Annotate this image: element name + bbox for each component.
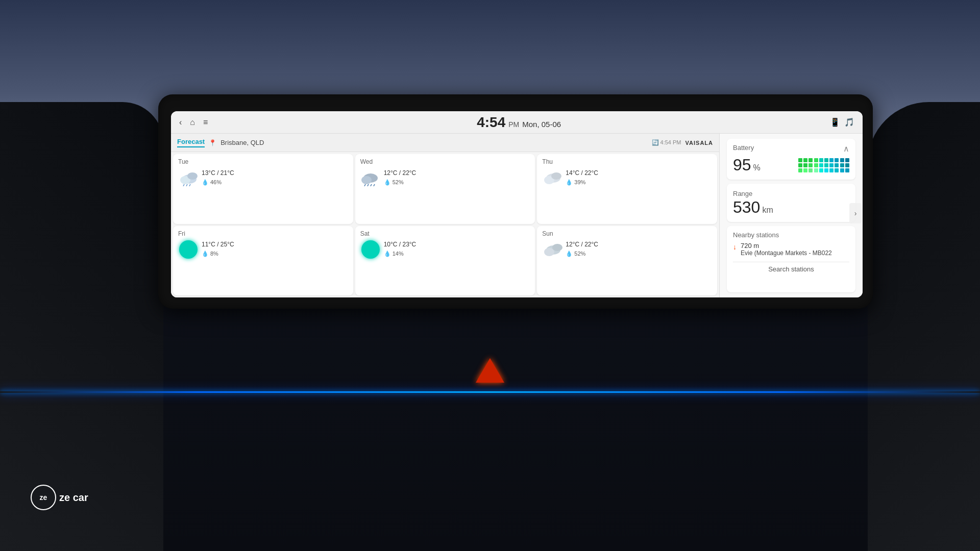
zecar-name: ze car bbox=[59, 492, 88, 504]
battery-cell bbox=[814, 168, 818, 172]
temp-sat: 10°C / 23°C bbox=[384, 240, 416, 249]
weather-icon-wed bbox=[360, 167, 381, 188]
weather-details-sun: 12°C / 22°C 💧 52% bbox=[566, 240, 598, 259]
station-distance: 720 m bbox=[741, 242, 832, 249]
weather-cell-sun: Sun 12°C / 22°C 💧 bbox=[537, 226, 717, 296]
weather-row-thu: 14°C / 22°C 💧 39% bbox=[542, 167, 712, 188]
phone-icon: 📱 bbox=[830, 117, 840, 127]
weather-grid: Tue bbox=[171, 152, 719, 297]
weather-details-thu: 14°C / 22°C 💧 39% bbox=[566, 168, 598, 187]
weather-cell-fri: Fri 11°C / 25°C 💧 8% bbox=[173, 226, 353, 296]
day-sat: Sat bbox=[360, 230, 530, 237]
range-unit: km bbox=[762, 206, 773, 215]
day-wed: Wed bbox=[360, 158, 530, 165]
rain-fri: 💧 8% bbox=[202, 249, 234, 259]
temp-tue: 13°C / 21°C bbox=[202, 168, 234, 178]
raindrop-icon-sat: 💧 bbox=[384, 249, 391, 259]
battery-cell bbox=[819, 158, 823, 162]
battery-cell bbox=[798, 158, 802, 162]
date-display: Mon, 05-06 bbox=[522, 120, 561, 129]
back-button[interactable]: ‹ bbox=[179, 118, 182, 127]
zecar-logo: ze ze car bbox=[31, 485, 88, 510]
svg-point-14 bbox=[551, 172, 561, 180]
raindrop-icon-sun: 💧 bbox=[566, 249, 573, 259]
location-pin-icon: 📍 bbox=[209, 139, 216, 146]
weather-cell-tue: Tue bbox=[173, 154, 353, 224]
battery-cell bbox=[808, 168, 813, 172]
svg-line-4 bbox=[189, 184, 190, 186]
sun-circle bbox=[179, 240, 198, 259]
battery-cell bbox=[819, 168, 823, 172]
battery-label: Battery bbox=[733, 144, 754, 152]
zecar-ze: ze bbox=[40, 493, 47, 502]
battery-cell bbox=[835, 168, 839, 172]
svg-line-8 bbox=[364, 184, 365, 186]
battery-cell bbox=[798, 163, 802, 167]
rain-thu: 💧 39% bbox=[566, 178, 598, 187]
stations-label: Nearby stations bbox=[733, 231, 849, 239]
forecast-tab[interactable]: Forecast bbox=[177, 138, 205, 147]
weather-icon-fri bbox=[178, 239, 199, 260]
battery-section: Battery ∧ 95 % bbox=[727, 139, 855, 180]
battery-number: 95 bbox=[733, 156, 751, 174]
battery-grid-visual bbox=[798, 158, 849, 172]
time-ampm: PM bbox=[508, 120, 519, 129]
weather-cell-sat: Sat 10°C / 23°C 💧 14% bbox=[355, 226, 535, 296]
range-value-display: 530 km bbox=[733, 198, 849, 217]
svg-point-16 bbox=[544, 248, 554, 256]
sun-circle-sat bbox=[361, 240, 380, 259]
status-icons: 📱 🎵 bbox=[830, 117, 854, 127]
battery-cell bbox=[808, 163, 813, 167]
menu-button[interactable]: ≡ bbox=[203, 118, 208, 127]
svg-line-10 bbox=[371, 184, 372, 186]
day-tue: Tue bbox=[178, 158, 348, 165]
battery-unit: % bbox=[753, 163, 761, 172]
svg-point-7 bbox=[361, 176, 372, 184]
battery-cell bbox=[824, 168, 828, 172]
weather-row-wed: 12°C / 22°C 💧 52% bbox=[360, 167, 530, 188]
weather-icon-sat bbox=[360, 239, 381, 260]
temp-fri: 11°C / 25°C bbox=[202, 240, 234, 249]
ev-panel: Battery ∧ 95 % bbox=[720, 134, 863, 297]
day-thu: Thu bbox=[542, 158, 712, 165]
time-display: 4:54 bbox=[477, 114, 505, 131]
raindrop-icon-wed: 💧 bbox=[384, 178, 391, 187]
battery-cell bbox=[819, 163, 823, 167]
temp-wed: 12°C / 22°C bbox=[384, 168, 416, 178]
stations-section: Nearby stations ↓ 720 m Evie (Montague M… bbox=[727, 226, 855, 292]
raindrop-icon-tue: 💧 bbox=[202, 178, 209, 187]
location-text: Brisbane, QLD bbox=[220, 139, 264, 146]
raindrop-icon-fri: 💧 bbox=[202, 249, 209, 259]
battery-cell bbox=[814, 158, 818, 162]
weather-header: Forecast 📍 Brisbane, QLD 🔄 4:54 PM VAISA… bbox=[171, 134, 719, 152]
range-label: Range bbox=[733, 190, 752, 197]
station-item: ↓ 720 m Evie (Montague Markets - MB022 bbox=[733, 242, 849, 258]
nav-controls: ‹ ⌂ ≡ bbox=[179, 118, 208, 127]
station-info: 720 m Evie (Montague Markets - MB022 bbox=[741, 242, 832, 258]
temp-thu: 14°C / 22°C bbox=[566, 168, 598, 178]
chevron-up-icon[interactable]: ∧ bbox=[843, 144, 849, 154]
nav-arrow-right[interactable]: › bbox=[849, 203, 862, 223]
rain-sun: 💧 52% bbox=[566, 249, 598, 259]
bluetooth-icon: 🎵 bbox=[844, 117, 854, 127]
weather-icon-thu bbox=[542, 167, 562, 188]
battery-cell bbox=[829, 168, 834, 172]
zecar-circle: ze bbox=[31, 485, 56, 510]
battery-cell bbox=[803, 163, 807, 167]
weather-row-sat: 10°C / 23°C 💧 14% bbox=[360, 239, 530, 260]
main-content: Forecast 📍 Brisbane, QLD 🔄 4:54 PM VAISA… bbox=[171, 134, 863, 297]
battery-cell bbox=[798, 168, 802, 172]
home-button[interactable]: ⌂ bbox=[190, 118, 195, 127]
search-stations-button[interactable]: Search stations bbox=[733, 262, 849, 273]
svg-line-2 bbox=[183, 184, 184, 186]
battery-cell bbox=[840, 158, 844, 162]
update-time: 🔄 4:54 PM bbox=[652, 139, 681, 146]
weather-cell-wed: Wed bbox=[355, 154, 535, 224]
weather-cell-thu: Thu 14°C / 22°C 💧 bbox=[537, 154, 717, 224]
weather-row-tue: 13°C / 21°C 💧 46% bbox=[178, 167, 348, 188]
day-fri: Fri bbox=[178, 230, 348, 237]
led-strip bbox=[0, 391, 980, 393]
battery-value-display: 95 % bbox=[733, 156, 761, 174]
hazard-button[interactable] bbox=[476, 358, 504, 383]
station-arrow-icon: ↓ bbox=[733, 243, 737, 251]
